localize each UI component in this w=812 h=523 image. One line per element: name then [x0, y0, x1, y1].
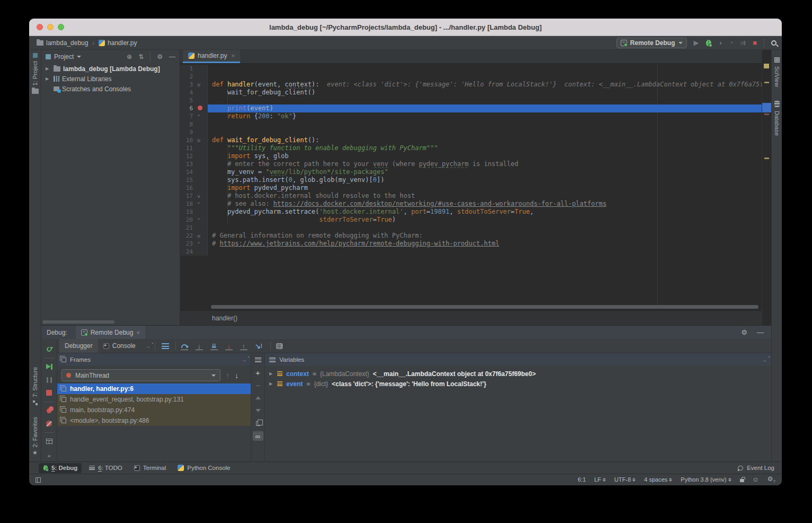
code-line[interactable]: 7^ return {200: "ok"} [180, 112, 762, 120]
scroll-to-end-icon[interactable]: → [145, 343, 151, 349]
mute-breakpoints-button[interactable] [41, 417, 57, 430]
settings-hint-icon[interactable]: ⚙? [767, 475, 775, 484]
code-line[interactable]: 2 [180, 73, 762, 81]
run-button[interactable]: ▶ [694, 39, 699, 46]
editor-gutter[interactable]: 13 [180, 160, 208, 168]
stripe-favorites-button[interactable]: 2: Favorites [32, 417, 38, 447]
pause-button[interactable] [41, 373, 57, 387]
editor-gutter[interactable]: 22⊟ [180, 232, 208, 240]
editor-gutter[interactable]: 5 [180, 97, 208, 104]
restore-layout-button[interactable] [41, 435, 57, 448]
next-frame-button[interactable]: ↓ [235, 372, 239, 379]
toolwindow-python-console[interactable]: Python Console [173, 463, 234, 473]
remove-watch-button[interactable]: − [251, 379, 264, 391]
stop-button[interactable] [41, 386, 57, 399]
editor-gutter[interactable]: 4 [180, 89, 208, 97]
code-line[interactable]: 8 [180, 120, 762, 128]
code-line[interactable]: 15 sys.path.insert(0, glob.glob(my_venv)… [180, 176, 762, 184]
more-actions-button[interactable]: » [41, 449, 57, 462]
toolwindow----todo[interactable]: 6: TODO [85, 463, 127, 473]
stack-frame-row[interactable]: <module>, bootstrap.py:486 [57, 415, 251, 426]
editor-breadcrumb[interactable]: handler() [180, 310, 762, 325]
rerun-button[interactable] [41, 343, 57, 356]
code-line[interactable]: 21 [180, 224, 762, 232]
force-step-into-button[interactable]: ⇊ [208, 340, 220, 352]
editor-gutter[interactable]: 6 [180, 104, 208, 112]
stack-frame-row[interactable]: handler, handler.py:6 [57, 383, 251, 394]
caret-position[interactable]: 6:1 [578, 476, 586, 483]
step-into-button[interactable]: ↓ [193, 340, 206, 352]
stripe-database-button[interactable]: Database [774, 111, 780, 136]
event-log-button[interactable]: Event Log [738, 465, 774, 471]
minimize-window-button[interactable] [47, 24, 54, 30]
run-with-coverage-button[interactable]: ◔ [729, 39, 733, 46]
editor-gutter[interactable]: 7^ [180, 112, 208, 120]
thread-selector[interactable]: MainThread [61, 369, 220, 381]
profile-button[interactable]: ◑ [718, 39, 722, 46]
locate-file-button[interactable]: ⊕ [127, 53, 132, 60]
stripe-sciview-button[interactable]: SciView [774, 66, 780, 87]
run-configuration-selector[interactable]: Remote Debug [616, 38, 687, 48]
status-utf-8[interactable]: UTF-8 [614, 476, 636, 483]
expand-arrow-icon[interactable]: ▶ [46, 76, 51, 81]
tab-debugger[interactable]: Debugger [59, 339, 98, 353]
editor-gutter[interactable]: 16 [180, 184, 208, 192]
pin-icon[interactable]: → [762, 357, 767, 363]
editor-gutter[interactable]: 8 [180, 120, 208, 128]
debug-button[interactable] [706, 40, 711, 46]
code-line[interactable]: 24 [180, 248, 762, 256]
scrollbar-thumb[interactable] [211, 305, 758, 309]
code-line[interactable]: 3⊟def handler(event, context): event: <c… [180, 81, 762, 89]
pin-icon[interactable]: → [241, 357, 246, 363]
editor-gutter[interactable]: 3⊟ [180, 81, 208, 89]
view-breakpoints-button[interactable] [41, 404, 57, 417]
code-line[interactable]: 19 pydevd_pycharm.settrace('host.docker.… [180, 208, 762, 216]
fullscreen-window-button[interactable] [58, 24, 64, 30]
settings-gear-icon[interactable]: ⚙ [741, 328, 747, 336]
variable-row[interactable]: ▶event = {dict} <class 'dict'>: {'messag… [265, 379, 771, 389]
close-tab-icon[interactable]: × [231, 53, 234, 59]
code-line[interactable]: 9 [180, 128, 762, 136]
step-over-button[interactable] [178, 340, 191, 352]
code-line[interactable]: 20^ stderrToServer=True) [180, 216, 762, 224]
step-out-button[interactable]: ↑ [237, 340, 250, 352]
expand-arrow-icon[interactable]: ▶ [46, 66, 51, 71]
stack-frame-row[interactable]: handle_event_request, bootstrap.py:131 [57, 394, 251, 405]
editor-gutter[interactable]: 24 [180, 248, 208, 256]
editor-gutter[interactable]: 10⊟ [180, 136, 208, 144]
editor-gutter[interactable]: 1 [180, 65, 208, 73]
previous-frame-button[interactable]: ↑ [226, 372, 230, 379]
code-line[interactable]: 11 """Utility function to enable debuggi… [180, 144, 762, 152]
status-python-3-8--venv-[interactable]: Python 3.8 (venv) [681, 476, 731, 483]
options-menu-icon[interactable] [251, 353, 264, 366]
step-into-my-code-button[interactable]: ↓ [223, 340, 235, 352]
editor-gutter[interactable]: 23^ [180, 240, 208, 248]
duplicate-watch-button[interactable] [251, 417, 264, 430]
editor-gutter[interactable]: 17v [180, 192, 208, 200]
breadcrumb-project[interactable]: lambda_debug [46, 39, 88, 47]
stop-button[interactable]: ■ [753, 39, 757, 46]
editor-gutter[interactable]: 19 [180, 208, 208, 216]
editor-gutter[interactable]: 20^ [180, 216, 208, 224]
code-line[interactable]: 10⊟def wait_for_debug_client(): [180, 136, 762, 144]
hide-panel-button[interactable]: — [169, 53, 175, 60]
project-horizontal-scrollbar[interactable] [42, 320, 114, 324]
status-4-spaces[interactable]: 4 spaces [644, 476, 672, 483]
run-to-cursor-button[interactable]: ↘I [252, 340, 265, 352]
toolwindow-terminal[interactable]: Terminal [130, 463, 170, 473]
resume-button[interactable] [41, 360, 57, 373]
editor-gutter[interactable]: 21 [180, 224, 208, 232]
tool-window-toggle-icon[interactable] [36, 477, 41, 483]
code-line[interactable]: 23^# https://www.jetbrains.com/help/pych… [180, 240, 762, 248]
variable-row[interactable]: ▶context = {LambdaContext} <__main__.Lam… [265, 369, 771, 379]
editor-tab-handler[interactable]: handler.py × [183, 50, 240, 63]
show-return-values-toggle[interactable]: ∞ [251, 430, 264, 442]
stripe-project-button[interactable]: 1: Project [32, 61, 38, 85]
project-panel-title[interactable]: Project [54, 53, 74, 60]
editor-gutter[interactable]: 2 [180, 73, 208, 81]
settings-gear-icon[interactable]: ⚙ [157, 53, 163, 60]
code-editor[interactable]: 123⊟def handler(event, context): event: … [180, 64, 762, 303]
stripe-structure-button[interactable]: 7: Structure [32, 367, 38, 397]
lock-icon[interactable] [740, 479, 744, 482]
code-line[interactable]: 22⊟# General information on remote debug… [180, 232, 762, 240]
